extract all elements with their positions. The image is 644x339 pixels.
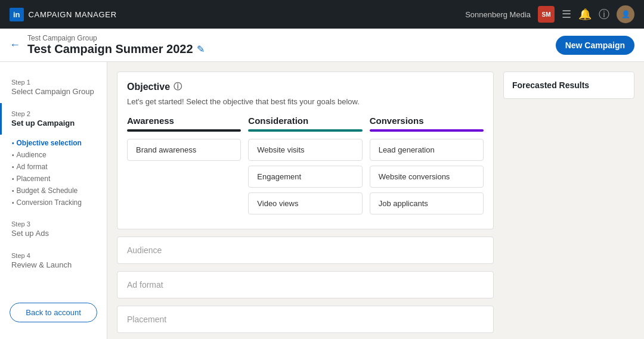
top-nav: in CAMPAIGN MANAGER Sonnenberg Media SM …	[0, 0, 644, 29]
brand-awareness-option[interactable]: Brand awareness	[127, 139, 241, 161]
account-logo: SM	[538, 6, 555, 23]
new-campaign-button[interactable]: New Campaign	[556, 36, 634, 55]
step2-sub-items: Objective selection Audience Ad format P…	[0, 135, 107, 213]
engagement-option[interactable]: Engagement	[248, 166, 362, 188]
notification-icon[interactable]: 🔔	[578, 8, 592, 21]
awareness-column: Awareness Brand awareness	[127, 116, 241, 219]
step1-block: Step 1 Select Campaign Group	[0, 71, 107, 103]
main-layout: Step 1 Select Campaign Group Step 2 Set …	[0, 62, 644, 339]
website-conversions-option[interactable]: Website conversions	[370, 166, 484, 188]
bell-icon[interactable]: ☰	[562, 8, 571, 21]
account-name: Sonnenberg Media	[465, 10, 531, 19]
linkedin-logo: in	[10, 8, 24, 21]
step2-block: Step 2 Set up Campaign	[0, 103, 107, 135]
website-visits-option[interactable]: Website visits	[248, 139, 362, 161]
forecasted-panel: Forecasted Results	[503, 71, 634, 329]
sidebar-item-ad-format[interactable]: Ad format	[12, 161, 97, 173]
conversions-bar	[370, 129, 484, 132]
sidebar-bottom: Back to account	[0, 296, 107, 329]
awareness-bar	[127, 129, 241, 132]
step4-block: Step 4 Review & Launch	[0, 245, 107, 276]
step1-number: Step 1	[11, 79, 97, 86]
app-name: CAMPAIGN MANAGER	[29, 10, 117, 19]
audience-section[interactable]: Audience	[117, 237, 494, 264]
nav-left: in CAMPAIGN MANAGER	[10, 8, 117, 21]
step2-number: Step 2	[11, 110, 97, 117]
video-views-option[interactable]: Video views	[248, 192, 362, 214]
sidebar-item-audience[interactable]: Audience	[12, 149, 97, 161]
sidebar-steps: Step 1 Select Campaign Group Step 2 Set …	[0, 71, 107, 296]
content-area: Objective ⓘ Let's get started! Select th…	[107, 62, 644, 339]
job-applicants-option[interactable]: Job applicants	[370, 192, 484, 214]
back-arrow-icon[interactable]: ←	[10, 39, 20, 51]
edit-icon[interactable]: ✎	[197, 43, 205, 55]
lead-generation-option[interactable]: Lead generation	[370, 139, 484, 161]
help-icon[interactable]: ⓘ	[599, 7, 609, 21]
objective-columns: Awareness Brand awareness Consideration …	[127, 116, 484, 219]
forecasted-card: Forecasted Results	[503, 71, 634, 99]
avatar[interactable]: 👤	[617, 5, 634, 23]
sub-header: ← Test Campaign Group Test Campaign Summ…	[0, 29, 644, 62]
nav-right: Sonnenberg Media SM ☰ 🔔 ⓘ 👤	[465, 5, 634, 23]
step2-title: Set up Campaign	[11, 119, 97, 127]
consideration-bar	[248, 129, 362, 132]
objective-card: Objective ⓘ Let's get started! Select th…	[117, 71, 494, 229]
sub-header-left: ← Test Campaign Group Test Campaign Summ…	[10, 34, 205, 56]
consideration-header: Consideration	[248, 116, 362, 126]
campaign-group-label: Test Campaign Group	[27, 34, 205, 42]
sidebar-item-placement[interactable]: Placement	[12, 173, 97, 185]
campaign-info: Test Campaign Group Test Campaign Summer…	[27, 34, 205, 56]
step3-title: Set up Ads	[11, 229, 97, 238]
step4-number: Step 4	[11, 252, 97, 259]
step4-title: Review & Launch	[11, 260, 97, 269]
awareness-header: Awareness	[127, 116, 241, 126]
main-content: Objective ⓘ Let's get started! Select th…	[117, 71, 494, 329]
conversions-column: Conversions Lead generation Website conv…	[370, 116, 484, 219]
objective-subtitle: Let's get started! Select the objective …	[127, 97, 484, 106]
objective-info-icon[interactable]: ⓘ	[174, 82, 182, 92]
campaign-title: Test Campaign Summer 2022	[27, 42, 193, 56]
back-to-account-button[interactable]: Back to account	[10, 303, 97, 322]
sidebar-item-budget-schedule[interactable]: Budget & Schedule	[12, 185, 97, 197]
objective-card-title: Objective ⓘ	[127, 82, 484, 92]
step3-number: Step 3	[11, 220, 97, 228]
sidebar: Step 1 Select Campaign Group Step 2 Set …	[0, 62, 107, 339]
ad-format-section[interactable]: Ad format	[117, 271, 494, 298]
forecasted-title: Forecasted Results	[512, 80, 626, 90]
consideration-column: Consideration Website visits Engagement …	[248, 116, 362, 219]
sidebar-item-objective-selection[interactable]: Objective selection	[12, 137, 97, 149]
conversions-header: Conversions	[370, 116, 484, 126]
sidebar-item-conversion-tracking[interactable]: Conversion Tracking	[12, 197, 97, 209]
placement-section[interactable]: Placement	[117, 306, 494, 333]
step1-title: Select Campaign Group	[11, 87, 97, 96]
step3-block: Step 3 Set up Ads	[0, 213, 107, 245]
